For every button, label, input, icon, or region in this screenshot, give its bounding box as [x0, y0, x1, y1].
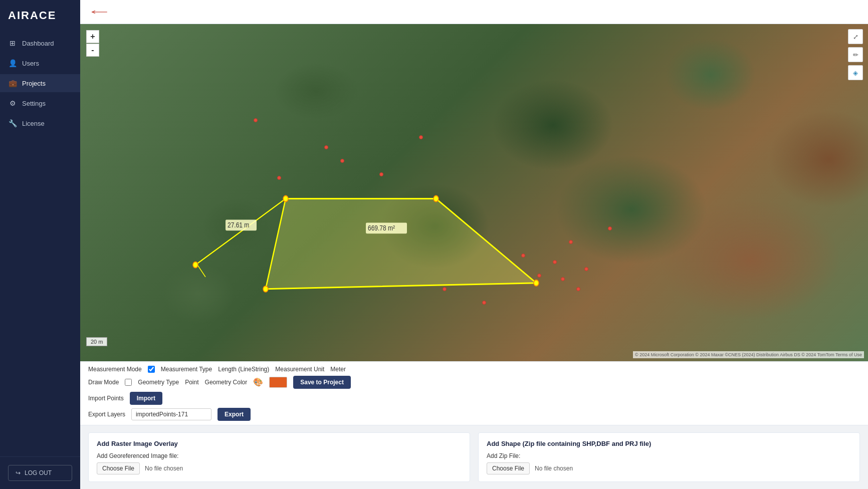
logout-icon: ↪ [16, 469, 21, 476]
layers-icon: ◈ [853, 69, 858, 77]
map-red-dot [277, 176, 281, 180]
license-icon: 🔧 [8, 119, 17, 127]
map-attribution: © 2024 Microsoft Corporation © 2024 Maxa… [633, 351, 864, 358]
draw-mode-label: Draw Mode [88, 379, 119, 386]
map-edit-button[interactable]: ✏ [848, 47, 863, 62]
top-bar [80, 0, 868, 24]
back-button[interactable] [90, 8, 108, 16]
measurement-type-value: Length (LineString) [218, 366, 269, 373]
map-red-dot [419, 135, 423, 139]
export-layers-input[interactable] [131, 408, 211, 420]
logout-label: LOG OUT [25, 469, 52, 476]
raster-file-row: Choose File No file chosen [97, 462, 462, 474]
settings-icon: ⚙ [8, 99, 17, 107]
measurement-mode-checkbox[interactable] [148, 366, 155, 373]
map-red-dot [561, 277, 565, 281]
sidebar-label-settings: Settings [22, 100, 46, 107]
map-red-dot [608, 226, 612, 230]
shape-file-placeholder: No file chosen [535, 465, 573, 472]
dashboard-icon: ⊞ [8, 39, 17, 47]
raster-file-placeholder: No file chosen [145, 465, 183, 472]
raster-panel: Add Raster Image Overlay Add Georeferenc… [88, 432, 470, 482]
satellite-imagery [80, 24, 868, 361]
sidebar-label-dashboard: Dashboard [22, 40, 54, 47]
sidebar-item-projects[interactable]: 💼 Projects [0, 74, 80, 92]
map-scale: 20 m [86, 337, 107, 346]
logout-button[interactable]: ↪ LOG OUT [8, 465, 72, 481]
sidebar-nav: ⊞ Dashboard 👤 Users 💼 Projects ⚙ Setting… [0, 34, 80, 456]
export-layers-label: Export Layers [88, 411, 125, 418]
shape-choose-file-button[interactable]: Choose File [487, 462, 530, 474]
users-icon: 👤 [8, 59, 17, 67]
measurement-mode-label: Measurement Mode [88, 366, 142, 373]
map-layers-button[interactable]: ◈ [848, 65, 863, 80]
main-content: 27.61 m 669.78 m² + - ⤢ [80, 0, 868, 489]
map-red-dot [482, 301, 486, 305]
draw-mode-checkbox[interactable] [125, 379, 132, 386]
map-red-dot [521, 254, 525, 258]
zoom-in-button[interactable]: + [86, 30, 99, 43]
app-logo: AIRACE [0, 0, 80, 34]
color-swatch[interactable] [269, 377, 287, 388]
map-red-dot [569, 240, 573, 244]
sidebar-item-license[interactable]: 🔧 License [0, 114, 80, 132]
measurement-unit-value: Meter [330, 366, 346, 373]
sidebar-item-users[interactable]: 👤 Users [0, 54, 80, 72]
fullscreen-icon: ⤢ [853, 33, 858, 41]
map-fullscreen-button[interactable]: ⤢ [848, 29, 863, 44]
sidebar-label-projects: Projects [22, 80, 46, 87]
sidebar-label-license: License [22, 120, 45, 127]
back-arrow-icon [90, 8, 108, 16]
geometry-type-label: Geometry Type [138, 379, 179, 386]
shape-panel: Add Shape (Zip file containing SHP,DBF a… [478, 432, 860, 482]
import-points-label: Import Points [88, 395, 124, 402]
map-background: 27.61 m 669.78 m² + - ⤢ [80, 24, 868, 361]
geometry-color-label: Geometry Color [205, 379, 248, 386]
sidebar-label-users: Users [22, 60, 39, 67]
color-picker-icon[interactable]: 🎨 [253, 377, 263, 387]
sidebar-item-dashboard[interactable]: ⊞ Dashboard [0, 34, 80, 52]
shape-panel-title: Add Shape (Zip file containing SHP,DBF a… [487, 440, 851, 447]
export-row: Export Layers Export [88, 408, 860, 421]
zoom-out-button[interactable]: - [86, 44, 99, 57]
shape-file-row: Choose File No file chosen [487, 462, 851, 474]
draw-row: Draw Mode Geometry Type Point Geometry C… [88, 376, 860, 389]
measurement-unit-label: Measurement Unit [275, 366, 324, 373]
map-tools: ⤢ ✏ ◈ [848, 29, 863, 80]
export-button[interactable]: Export [218, 408, 251, 421]
scale-label: 20 m [91, 339, 103, 345]
import-button[interactable]: Import [130, 392, 162, 405]
map-area[interactable]: 27.61 m 669.78 m² + - ⤢ [80, 24, 868, 361]
bottom-section: Add Raster Image Overlay Add Georeferenc… [80, 425, 868, 489]
geometry-type-value: Point [185, 379, 198, 386]
map-red-dot [584, 267, 588, 271]
import-row: Import Points Import [88, 392, 860, 405]
raster-file-label: Add Georeferenced Image file: [97, 452, 462, 459]
raster-panel-title: Add Raster Image Overlay [97, 440, 462, 447]
edit-icon: ✏ [853, 51, 858, 59]
sidebar: AIRACE ⊞ Dashboard 👤 Users 💼 Projects ⚙ … [0, 0, 80, 489]
shape-file-label: Add Zip File: [487, 452, 851, 459]
sidebar-item-settings[interactable]: ⚙ Settings [0, 94, 80, 112]
measurement-row: Measurement Mode Measurement Type Length… [88, 366, 860, 373]
map-red-dot [537, 274, 541, 278]
map-red-dot [443, 287, 447, 291]
projects-icon: 💼 [8, 79, 17, 87]
save-to-project-button[interactable]: Save to Project [293, 376, 351, 389]
raster-choose-file-button[interactable]: Choose File [97, 462, 140, 474]
map-red-dot [340, 159, 344, 163]
sidebar-logout-section: ↪ LOG OUT [0, 456, 80, 489]
map-zoom-controls: + - [86, 30, 99, 57]
controls-bar: Measurement Mode Measurement Type Length… [80, 361, 868, 425]
measurement-type-label: Measurement Type [161, 366, 212, 373]
